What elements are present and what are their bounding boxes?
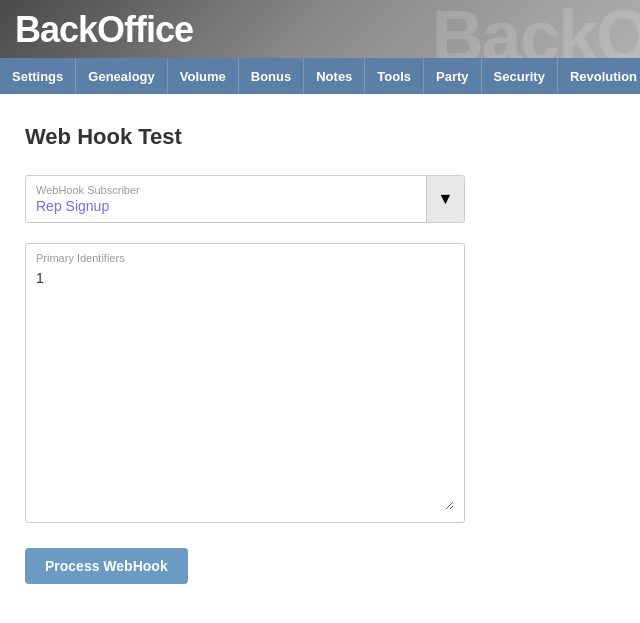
nav-item-volume[interactable]: Volume [168,58,239,94]
header: BackO BackOffice [0,0,640,58]
primary-identifiers-input[interactable]: 1 [36,270,454,510]
webhook-subscriber-dropdown-button[interactable]: ▼ [426,176,464,222]
process-webhook-button[interactable]: Process WebHook [25,548,188,584]
primary-identifiers-label: Primary Identifiers [36,252,454,264]
nav-item-notes[interactable]: Notes [304,58,365,94]
webhook-subscriber-select[interactable]: WebHook Subscriber Rep Signup [26,176,426,222]
nav-item-genealogy[interactable]: Genealogy [76,58,167,94]
header-bg-text: BackO [432,0,640,58]
app-title: BackOffice [15,9,193,51]
main-content: Web Hook Test WebHook Subscriber Rep Sig… [0,94,640,614]
nav-item-party[interactable]: Party [424,58,482,94]
nav-item-bonus[interactable]: Bonus [239,58,304,94]
dropdown-arrow-icon: ▼ [438,190,454,208]
nav-item-settings[interactable]: Settings [0,58,76,94]
primary-identifiers-wrapper: Primary Identifiers 1 [25,243,465,523]
webhook-subscriber-label: WebHook Subscriber [36,184,416,196]
nav-bar: Settings Genealogy Volume Bonus Notes To… [0,58,640,94]
webhook-subscriber-field[interactable]: WebHook Subscriber Rep Signup ▼ [25,175,465,223]
nav-item-revolution[interactable]: Revolution ▼ [558,58,640,94]
nav-item-security[interactable]: Security [482,58,558,94]
webhook-subscriber-value: Rep Signup [36,198,416,214]
page-title: Web Hook Test [25,124,615,150]
nav-item-tools[interactable]: Tools [365,58,424,94]
